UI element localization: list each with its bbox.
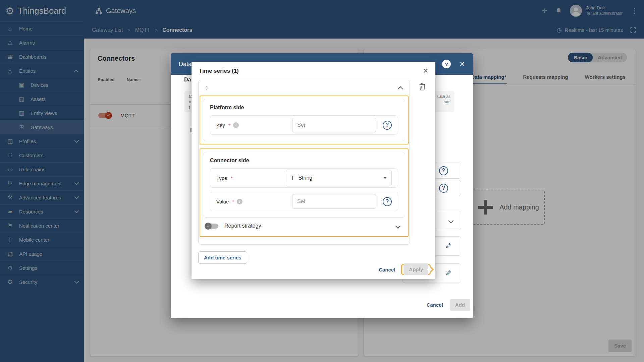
value-label: Value * i [216,199,243,204]
apply-button[interactable]: Apply [404,263,428,275]
key-help-icon[interactable]: ? [383,121,392,130]
entry-panel-header[interactable]: : [199,80,410,96]
value-field-row: Value * i Set ? [210,192,398,211]
edit-pencil-icon[interactable]: ✎ [445,269,451,277]
clipped-banner-right-text: such as rom [437,94,450,105]
key-field-row: Key * i Set ? [210,115,398,135]
type-select[interactable]: T String [286,170,392,186]
delete-trash-icon[interactable] [419,82,426,90]
toggle-minus-icon: – [205,223,212,230]
chevron-down-icon [395,223,401,229]
value-input[interactable]: Set [292,194,376,209]
value-help-icon[interactable]: ? [383,197,392,206]
help-circle-icon[interactable]: ? [439,184,448,193]
string-type-icon: T [291,175,294,181]
clipped-section-heading: Da [184,77,191,83]
modal-cancel-button[interactable]: Cancel [427,302,443,308]
connector-side-title: Connector side [210,158,398,164]
data-mapping-footer: Cancel Add [427,299,470,311]
apply-highlight: Apply [401,264,431,275]
time-series-footer: Cancel Apply [379,264,431,275]
close-icon[interactable]: × [460,60,465,69]
key-input[interactable]: Set [292,118,376,132]
help-icon[interactable]: ? [442,60,451,68]
chevron-up-icon [398,86,403,92]
time-series-entry-panel: : Platform side Key * i Set ? [198,80,410,245]
chevron-down-icon [448,218,454,223]
connector-side-highlight: Connector side Type * T String Value [200,148,409,237]
dialog-close-icon[interactable]: × [423,67,428,75]
report-strategy-toggle[interactable]: – [206,224,218,229]
add-time-series-button[interactable]: Add time series [198,251,247,264]
edit-pencil-icon[interactable]: ✎ [445,242,451,250]
dialog-cancel-button[interactable]: Cancel [379,267,395,273]
required-mark: * [232,199,234,204]
platform-side-section: Platform side Key * i Set ? [203,99,405,141]
time-series-header: Time series (1) × [192,62,435,78]
info-icon: i [233,122,239,128]
time-series-dialog: Time series (1) × : Platform side Key * … [192,62,435,279]
modal-add-button[interactable]: Add [450,299,470,311]
type-label: Type * [216,175,232,181]
dialog-title: Time series (1) [199,68,239,74]
type-selected-value: String [298,175,312,181]
entry-key-value-label: : [206,85,207,91]
report-strategy-label: Report strategy [224,223,261,229]
platform-side-title: Platform side [210,105,398,111]
select-caret-icon [383,177,387,179]
key-label: Key * i [216,122,239,128]
info-icon: i [237,199,243,204]
type-field-row: Type * T String [210,168,398,188]
connector-side-section: Connector side Type * T String Value [203,152,405,218]
platform-side-highlight: Platform side Key * i Set ? [200,96,409,144]
report-strategy-row[interactable]: – Report strategy [203,218,405,234]
modal-header-icons: ? × [442,60,465,69]
required-mark: * [228,122,230,128]
required-mark: * [231,175,233,181]
help-circle-icon[interactable]: ? [439,166,448,175]
